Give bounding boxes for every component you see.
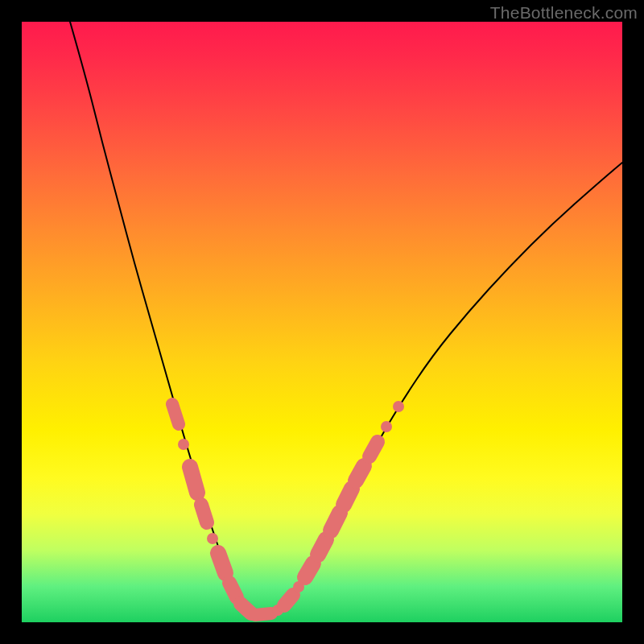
data-segment — [305, 564, 313, 577]
data-segment — [356, 466, 364, 481]
data-segment — [201, 505, 207, 522]
data-segment — [172, 404, 179, 424]
data-segment — [284, 595, 293, 605]
data-segment — [190, 467, 197, 493]
data-segment — [331, 513, 340, 530]
data-point — [207, 533, 218, 544]
data-point — [393, 401, 404, 412]
data-segment — [255, 613, 271, 615]
plot-area — [22, 22, 622, 622]
data-segment — [344, 489, 352, 505]
chart-svg — [22, 22, 622, 622]
chart-frame: TheBottleneck.com — [0, 0, 644, 644]
data-point — [381, 421, 392, 432]
data-segment — [369, 442, 378, 456]
bottleneck-curve — [70, 22, 622, 615]
data-segment — [229, 583, 237, 597]
data-point — [178, 439, 189, 450]
data-segment — [318, 539, 326, 555]
data-segment — [218, 553, 225, 573]
data-markers — [172, 401, 404, 616]
watermark-text: TheBottleneck.com — [490, 3, 638, 23]
